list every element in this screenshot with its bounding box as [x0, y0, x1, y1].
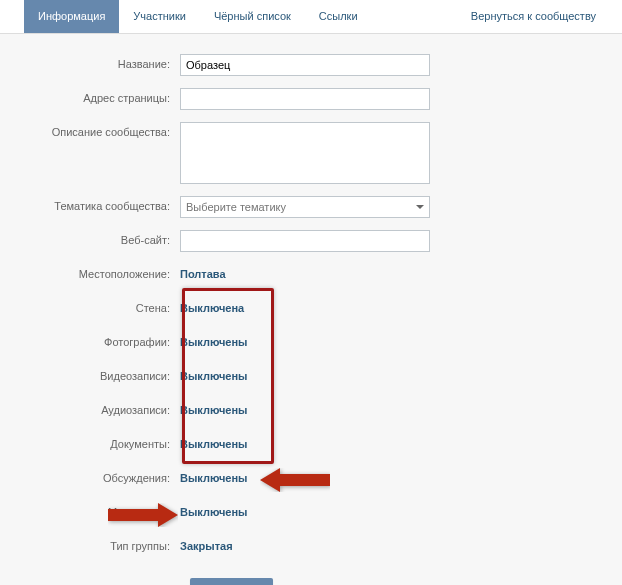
label-location: Местоположение: — [0, 264, 180, 280]
label-videos: Видеозаписи: — [0, 366, 180, 382]
wall-value[interactable]: Выключена — [180, 298, 440, 314]
tab-links[interactable]: Ссылки — [305, 0, 372, 33]
label-website: Веб-сайт: — [0, 230, 180, 246]
materials-value[interactable]: Выключены — [180, 502, 440, 518]
description-textarea[interactable] — [180, 122, 430, 184]
form-area: Название: Адрес страницы: Описание сообщ… — [0, 34, 622, 585]
photos-value[interactable]: Выключены — [180, 332, 440, 348]
topic-select-value: Выберите тематику — [186, 201, 286, 213]
tab-info[interactable]: Информация — [24, 0, 119, 33]
chevron-down-icon — [416, 205, 424, 209]
discussions-value[interactable]: Выключены — [180, 468, 440, 484]
label-wall: Стена: — [0, 298, 180, 314]
save-button[interactable]: Сохранить — [190, 578, 273, 585]
website-input[interactable] — [180, 230, 430, 252]
docs-value[interactable]: Выключены — [180, 434, 440, 450]
name-input[interactable] — [180, 54, 430, 76]
topic-select[interactable]: Выберите тематику — [180, 196, 430, 218]
location-link[interactable]: Полтава — [180, 264, 440, 280]
tab-blacklist[interactable]: Чёрный список — [200, 0, 305, 33]
videos-value[interactable]: Выключены — [180, 366, 440, 382]
audios-value[interactable]: Выключены — [180, 400, 440, 416]
label-topic: Тематика сообщества: — [0, 196, 180, 212]
address-input[interactable] — [180, 88, 430, 110]
tab-members[interactable]: Участники — [119, 0, 200, 33]
label-docs: Документы: — [0, 434, 180, 450]
label-photos: Фотографии: — [0, 332, 180, 348]
tabs-bar: Информация Участники Чёрный список Ссылк… — [0, 0, 622, 34]
label-name: Название: — [0, 54, 180, 70]
label-audios: Аудиозаписи: — [0, 400, 180, 416]
label-address: Адрес страницы: — [0, 88, 180, 104]
grouptype-value[interactable]: Закрытая — [180, 536, 440, 552]
label-discussions: Обсуждения: — [0, 468, 180, 484]
label-description: Описание сообщества: — [0, 122, 180, 138]
label-materials: Материалы: — [0, 502, 180, 518]
back-to-community-link[interactable]: Вернуться к сообществу — [457, 0, 610, 33]
label-grouptype: Тип группы: — [0, 536, 180, 552]
